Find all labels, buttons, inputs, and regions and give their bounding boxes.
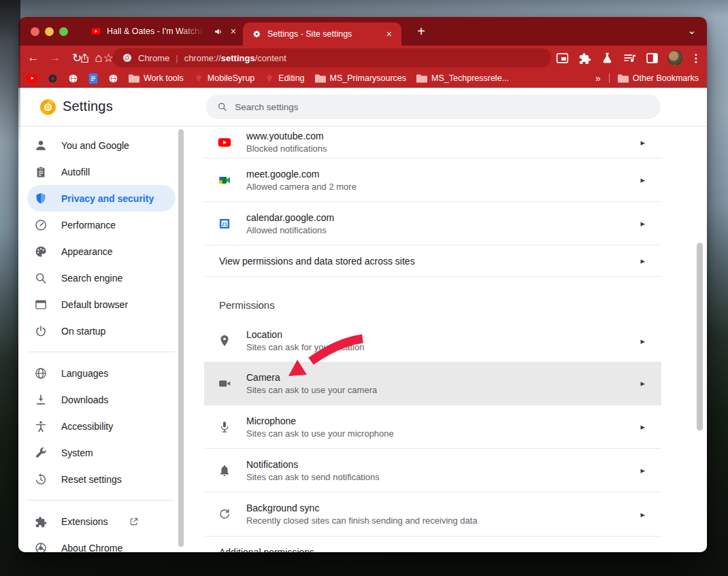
- sidebar-item-reset-settings[interactable]: Reset settings: [27, 466, 176, 492]
- tab-settings-active[interactable]: Settings - Site settings ×: [243, 22, 401, 46]
- view-permissions-label: View permissions and data stored across …: [219, 256, 415, 267]
- sidebar-item-privacy-and-security[interactable]: Privacy and security: [27, 185, 176, 211]
- sidebar-item-accessibility[interactable]: Accessibility: [27, 413, 176, 439]
- permission-row-notifications[interactable]: Notifications Sites can ask to send noti…: [204, 449, 661, 492]
- settings-sidebar: You and Google Autofill Privacy and: [18, 132, 186, 552]
- side-panel-icon[interactable]: [645, 51, 659, 65]
- sidebar-item-label: Languages: [61, 368, 108, 379]
- section-spacer: [204, 537, 661, 544]
- audio-speaker-icon[interactable]: [214, 27, 224, 37]
- media-controls-icon[interactable]: [623, 51, 637, 65]
- bookmark-mobilesyrup[interactable]: MobileSyrup: [194, 73, 254, 83]
- dark-site-bookmark-icon[interactable]: [48, 73, 58, 84]
- sidebar-item-label: On startup: [61, 326, 105, 337]
- picture-in-picture-icon[interactable]: [555, 51, 569, 65]
- zoom-window-button[interactable]: [59, 27, 68, 36]
- sidebar-item-you-and-google[interactable]: You and Google: [27, 132, 176, 158]
- permission-name: Background sync: [246, 503, 478, 513]
- sidebar-item-label: Autofill: [61, 167, 90, 177]
- site-row-calendar[interactable]: 21 calendar.google.com Allowed notificat…: [204, 202, 661, 245]
- view-all-permissions-row[interactable]: View permissions and data stored across …: [204, 245, 661, 277]
- back-button[interactable]: ←: [25, 50, 42, 66]
- search-icon: [34, 271, 48, 285]
- site-domain: www.youtube.com: [246, 131, 327, 141]
- permission-desc: Sites can ask to send notifications: [246, 472, 380, 482]
- chrome-canary-logo: [39, 99, 56, 116]
- power-icon: [34, 324, 48, 338]
- minimize-window-button[interactable]: [45, 27, 54, 36]
- permissions-section-label: Permissions: [204, 277, 661, 320]
- folder-icon: [618, 74, 629, 83]
- puzzle-icon: [34, 515, 48, 528]
- globe-bookmark-icon[interactable]: [68, 73, 78, 84]
- search-settings-input[interactable]: [235, 102, 650, 112]
- sidebar-item-extensions[interactable]: Extensions: [27, 508, 176, 535]
- permission-desc: Sites can ask to use your camera: [246, 385, 377, 395]
- sidebar-item-performance[interactable]: Performance: [27, 211, 176, 238]
- sidebar-item-default-browser[interactable]: Default browser: [27, 291, 176, 318]
- sidebar-item-autofill[interactable]: Autofill: [27, 158, 176, 185]
- browser-window: Hall & Oates - I'm Watching × Settings -…: [18, 17, 707, 552]
- download-icon: [34, 393, 48, 407]
- close-tab-icon[interactable]: ×: [385, 29, 393, 39]
- url-text: chrome://settings/content: [184, 53, 286, 63]
- sidebar-item-label: Reset settings: [61, 474, 122, 485]
- share-icon[interactable]: [79, 52, 90, 64]
- chrome-logo-icon: [34, 541, 48, 553]
- additional-permissions-row[interactable]: Additional permissions ⌄: [204, 544, 661, 552]
- tab-title: Settings - Site settings: [267, 29, 380, 39]
- bookmark-folder-work-tools[interactable]: Work tools: [129, 73, 184, 83]
- close-window-button[interactable]: [31, 27, 39, 36]
- chevron-right-icon: ▸: [640, 137, 645, 148]
- sidebar-item-on-startup[interactable]: On startup: [27, 318, 176, 344]
- sidebar-item-languages[interactable]: Languages: [27, 360, 176, 386]
- forward-button[interactable]: →: [47, 50, 63, 66]
- labs-flask-icon[interactable]: [600, 51, 614, 65]
- chevron-right-icon: ▸: [640, 256, 645, 266]
- close-tab-icon[interactable]: ×: [229, 26, 237, 37]
- sidebar-item-label: You and Google: [61, 140, 129, 151]
- tab-youtube[interactable]: Hall & Oates - I'm Watching ×: [85, 17, 243, 46]
- sidebar-item-downloads[interactable]: Downloads: [27, 386, 176, 413]
- permission-name: Camera: [246, 372, 377, 383]
- bookmark-star-icon[interactable]: ☆: [103, 51, 114, 65]
- site-status: Allowed notifications: [246, 225, 334, 235]
- settings-searchbox[interactable]: [206, 95, 661, 119]
- sidebar-item-appearance[interactable]: Appearance: [27, 238, 176, 265]
- sidebar-item-about-chrome[interactable]: About Chrome: [27, 535, 176, 552]
- folder-icon: [129, 74, 139, 83]
- content-scrollbar-thumb[interactable]: [178, 129, 184, 547]
- sidebar-item-system[interactable]: System: [27, 439, 176, 466]
- page-scrollbar-thumb[interactable]: [697, 243, 703, 430]
- site-domain: meet.google.com: [246, 169, 357, 180]
- globe-bookmark-icon[interactable]: [108, 73, 118, 84]
- google-docs-bookmark-icon[interactable]: [88, 73, 98, 84]
- permission-row-location[interactable]: Location Sites can ask for your location…: [204, 320, 661, 362]
- tab-search-chevron-icon[interactable]: ⌄: [687, 24, 696, 37]
- google-calendar-favicon: 21: [218, 217, 231, 231]
- permission-row-microphone[interactable]: Microphone Sites can ask to use your mic…: [204, 405, 661, 449]
- site-row-meet[interactable]: meet.google.com Allowed camera and 2 mor…: [204, 158, 661, 202]
- bookmark-editing[interactable]: Editing: [265, 73, 304, 83]
- bookmark-label: MobileSyrup: [208, 73, 254, 83]
- permission-row-background-sync[interactable]: Background sync Recently closed sites ca…: [204, 492, 661, 537]
- desktop-wallpaper: Hall & Oates - I'm Watching × Settings -…: [0, 0, 728, 576]
- extensions-puzzle-icon[interactable]: [578, 51, 592, 65]
- chrome-menu-icon[interactable]: ⋮: [691, 52, 701, 65]
- permission-desc: Sites can ask to use your microphone: [246, 428, 394, 439]
- chevron-right-icon: ▸: [640, 509, 645, 520]
- bookmark-folder-ms-techpress[interactable]: MS_Techpressrele...: [416, 73, 509, 83]
- sidebar-item-label: Downloads: [61, 394, 108, 405]
- bookmarks-overflow-chevrons[interactable]: »: [595, 73, 601, 84]
- sidebar-item-search-engine[interactable]: Search engine: [27, 265, 176, 291]
- bookmark-folder-ms-primarysources[interactable]: MS_Primarysources: [315, 73, 407, 83]
- address-bar[interactable]: Chrome | chrome://settings/content: [112, 48, 551, 67]
- permission-row-camera[interactable]: Camera Sites can ask to use your camera …: [204, 362, 661, 405]
- youtube-bookmark-icon[interactable]: [27, 74, 37, 82]
- site-row-youtube[interactable]: www.youtube.com Blocked notifications ▸: [204, 126, 661, 158]
- new-tab-button[interactable]: +: [412, 22, 431, 41]
- sidebar-item-label: Appearance: [61, 246, 113, 257]
- sidebar-item-label: Default browser: [61, 299, 128, 310]
- profile-avatar[interactable]: [667, 50, 682, 65]
- bookmark-folder-other-bookmarks[interactable]: Other Bookmarks: [618, 73, 699, 83]
